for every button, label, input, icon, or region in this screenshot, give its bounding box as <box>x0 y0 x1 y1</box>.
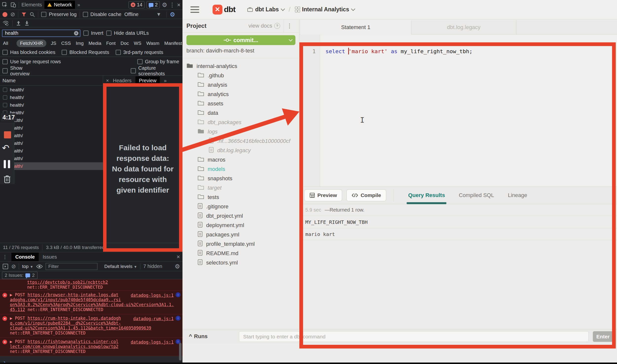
filter-icon[interactable] <box>21 12 27 17</box>
tree-item--github[interactable]: .github <box>182 71 299 80</box>
tree-item-deployment-yml[interactable]: deployment.yml <box>182 221 299 230</box>
error-link[interactable]: https://fishtownanalytics.sinter-col <box>28 339 118 344</box>
console-scrollbar[interactable] <box>179 343 181 361</box>
hamburger-menu-icon[interactable] <box>190 6 199 13</box>
account-switcher[interactable]: dbt Labs <box>247 6 284 13</box>
view-docs-link[interactable]: view docs ? <box>248 23 280 29</box>
error-link[interactable]: adoghq.com/v1/input/pub740de5f405dcdaa9.… <box>10 297 121 302</box>
tree-item-dbt-project-yml[interactable]: dbt_project.yml <box>182 211 299 221</box>
tree-item--nf-3665c416bfecb1000000cf[interactable]: .nf...3665c416bfecb1000000cf <box>182 136 299 146</box>
error-link[interactable]: q.com/v1/input/pube02284__d%2Cservice%3A… <box>10 321 121 326</box>
console-sidebar-icon[interactable] <box>2 264 8 269</box>
kebab-menu-icon[interactable]: ⋮ <box>169 1 175 8</box>
undo-icon[interactable]: ↶ <box>2 143 9 153</box>
table-row[interactable]: alth/ <box>0 147 103 155</box>
tree-item-dbt-packages[interactable]: dbt_packages <box>182 118 299 127</box>
table-row[interactable]: alth/ <box>0 139 103 147</box>
issues-badge[interactable]: 2 <box>146 1 160 8</box>
error-link[interactable]: https://rum-http-intake.logs.datadogh <box>28 316 121 321</box>
request-type-chip[interactable]: Media <box>88 40 102 47</box>
filter-checkbox[interactable]: Capture screenshots <box>131 65 180 77</box>
console-error[interactable]: ×▶ POST https://fishtownanalytics.sinter… <box>0 338 182 356</box>
throttling-select[interactable]: Offline <box>124 12 138 17</box>
hide-data-urls-checkbox[interactable]: Hide data URLs <box>106 30 149 36</box>
filter-checkbox[interactable]: Has blocked cookies <box>2 50 55 55</box>
console-settings-gear-icon[interactable]: ⚙ <box>175 263 180 270</box>
panel-kebab-icon[interactable]: ⋮ <box>284 19 295 32</box>
close-detail-icon[interactable]: × <box>106 78 109 83</box>
tree-item-analysis[interactable]: analysis <box>182 80 299 90</box>
close-devtools-icon[interactable]: × <box>177 1 181 8</box>
drawer-kebab-icon[interactable]: ⋮ <box>2 254 7 260</box>
export-har-icon[interactable] <box>24 20 29 26</box>
search-icon[interactable] <box>30 12 35 17</box>
checkbox[interactable] <box>3 88 7 92</box>
pause-recording-button[interactable] <box>4 160 10 168</box>
request-type-chip[interactable]: Doc <box>120 40 129 47</box>
request-type-chip[interactable]: Img <box>75 40 84 47</box>
settings-gear-icon[interactable]: ⚙ <box>162 1 167 8</box>
tab-statement-1[interactable]: Statement 1 <box>300 20 411 34</box>
error-link[interactable]: lect.com/com.snowplowanalytics.snowplow/… <box>10 344 118 349</box>
tree-item-assets[interactable]: assets <box>182 99 299 108</box>
tree-item-analytics[interactable]: analytics <box>182 90 299 99</box>
source-link[interactable]: datadog-rum.js:1 <box>133 316 174 321</box>
table-row[interactable]: alth/ <box>0 124 103 132</box>
tree-item-readme-md[interactable]: README.md <box>182 249 299 258</box>
tree-item-dbt-log-legacy[interactable]: dbt.log.legacy <box>182 146 299 155</box>
source-link[interactable]: datadog-logs.js:1 <box>131 293 174 298</box>
more-detail-tabs-icon[interactable]: » <box>164 78 166 83</box>
stop-recording-button[interactable] <box>4 131 11 138</box>
info-icon[interactable]: i <box>176 292 181 297</box>
request-type-chip[interactable]: Wasm <box>146 40 160 47</box>
clear-console-icon[interactable]: ⊘ <box>11 263 16 270</box>
tree-item-selectors-yml[interactable]: selectors.yml <box>182 258 299 267</box>
filter-checkbox[interactable]: Group by frame <box>137 59 179 65</box>
table-row[interactable]: alth/ <box>0 155 103 162</box>
request-type-chip[interactable]: Manifest <box>164 40 182 47</box>
source-link[interactable]: datadog-logs.js:1 <box>131 340 174 345</box>
eye-icon[interactable] <box>36 264 43 269</box>
log-levels-select[interactable]: Default levels ▼ <box>104 264 137 269</box>
console-error[interactable]: ×▶ POST https://rum-http-intake.logs.dat… <box>0 314 182 338</box>
more-tabs-icon[interactable]: » <box>77 2 80 8</box>
context-select[interactable]: top ▼ <box>22 264 33 269</box>
tab-headers[interactable]: Headers <box>113 78 132 83</box>
commit-button[interactable]: commit... <box>186 35 295 45</box>
checkbox[interactable] <box>3 103 7 107</box>
table-row[interactable]: health/ <box>0 101 103 109</box>
console-filter-input[interactable]: Filter <box>46 263 97 270</box>
tree-item-logs[interactable]: logs <box>182 127 299 136</box>
error-badge[interactable]: ×14 <box>128 1 145 8</box>
network-conditions-icon[interactable] <box>2 20 9 26</box>
checkbox[interactable] <box>3 95 7 99</box>
project-switcher[interactable]: Internal Analytics <box>295 6 355 13</box>
device-toolbar-icon[interactable] <box>10 2 16 8</box>
issues-chip[interactable]: 2 Issues: 2 <box>2 272 37 279</box>
preserve-log-checkbox[interactable]: Preserve log <box>41 12 76 17</box>
tree-item-snapshots[interactable]: snapshots <box>182 174 299 183</box>
tree-item-internal-analytics[interactable]: internal-analytics <box>182 62 299 71</box>
console-error[interactable]: ×▶ POST https://browser-http-intake.logs… <box>0 291 182 314</box>
table-row[interactable]: health/ <box>0 94 103 101</box>
request-type-chip[interactable]: JS <box>50 40 57 47</box>
error-link[interactable]: 45.112 <box>10 307 25 312</box>
request-type-chip[interactable]: Fetch/XHR <box>17 40 46 47</box>
record-icon[interactable] <box>2 12 7 17</box>
tree-item-tests[interactable]: tests <box>182 193 299 202</box>
request-type-chip[interactable]: CSS <box>61 40 71 47</box>
tab-network[interactable]: Network <box>44 1 75 9</box>
delete-recording-icon[interactable] <box>3 174 11 184</box>
table-row[interactable]: alth/ <box>0 162 103 170</box>
invert-checkbox[interactable]: Invert <box>83 30 103 36</box>
network-filter-input[interactable]: health × <box>2 30 80 37</box>
error-link[interactable]: https://browser-http-intake.logs.dat <box>28 292 118 297</box>
request-type-chip[interactable]: WS <box>133 40 142 47</box>
filter-checkbox[interactable]: Show overview <box>2 65 40 77</box>
tab-dbt-log-legacy[interactable]: dbt.log.legacy <box>411 20 516 34</box>
tab-elements[interactable]: Elements <box>21 2 42 8</box>
tab-console[interactable]: Console <box>11 253 39 261</box>
filter-checkbox[interactable]: Use large request rows <box>2 59 61 65</box>
error-link[interactable]: on%3A3.0.2%2Cenv%3Aprod%2Cservice%3Adbt-… <box>10 302 174 307</box>
clear-icon[interactable]: ⊘ <box>10 11 15 18</box>
